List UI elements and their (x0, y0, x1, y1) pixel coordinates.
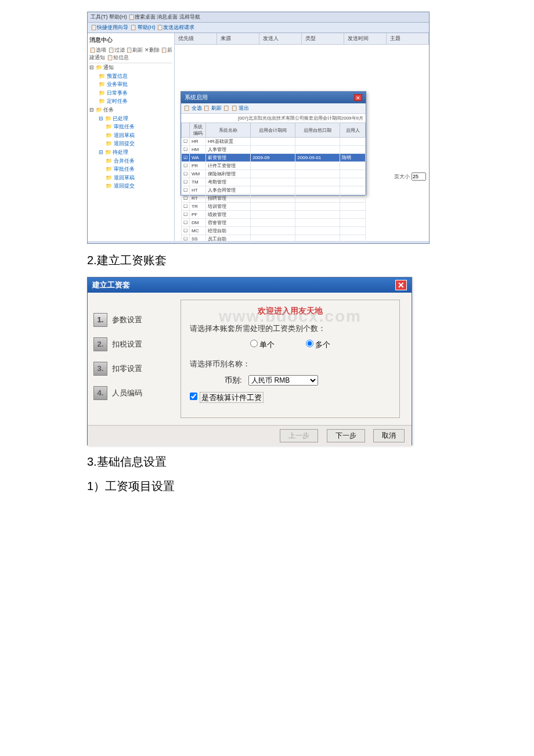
cancel-button[interactable]: 取消 (373, 429, 405, 442)
table-row[interactable]: ☐RT招聘管理 (182, 195, 366, 203)
row-name: 薪资管理 (206, 154, 251, 162)
row-code: DM (190, 219, 206, 227)
row-period (251, 219, 295, 227)
row-user (340, 243, 366, 244)
table-row[interactable]: ☐TM考勤管理 (182, 178, 366, 186)
row-checkbox[interactable]: ☐ (182, 203, 190, 211)
th-subject: 主题 (387, 33, 429, 44)
system-enable-table: 系统编码 系统名称 启用会计期间 启用自然日期 启用人 ☐HRHR基础设置☐HM… (181, 123, 366, 244)
table-row[interactable]: ☐PR计件工资管理 (182, 162, 366, 170)
table-row[interactable]: ☐DM宿舍管理 (182, 219, 366, 227)
step-label: 扣零设置 (112, 363, 142, 374)
row-date (295, 219, 340, 227)
step-params[interactable]: 1. 参数设置 (93, 313, 163, 327)
tree-item[interactable]: 📁 审批任务 (89, 165, 172, 174)
row-date (295, 195, 340, 203)
tree-item[interactable]: 📁 退回提交 (89, 139, 172, 148)
close-icon[interactable]: ✕ (395, 280, 407, 290)
step-label: 参数设置 (112, 315, 142, 325)
tree-processed[interactable]: ⊟ 📁 已处理 (89, 114, 172, 123)
row-checkbox[interactable]: ☐ (182, 186, 190, 195)
wizard-title-text: 建立工资套 (92, 280, 130, 290)
step-num-icon: 1. (93, 313, 107, 327)
th-date: 启用自然日期 (295, 123, 340, 138)
step-personnel[interactable]: 4. 人员编码 (93, 386, 163, 400)
row-checkbox[interactable]: ☐ (182, 235, 190, 243)
heading-basic-info: 3.基础信息设置 (87, 454, 447, 470)
sidebar-actions[interactable]: 📋选项 📋过滤 📋刷新 ✕删除 📋新建通知 📋短信息 (89, 45, 172, 63)
row-code: HT (190, 186, 206, 195)
modal-toolbar[interactable]: 📋 全选 📋 刷新 📋 📋 退出 (181, 103, 366, 114)
step-num-icon: 4. (93, 386, 107, 400)
row-checkbox[interactable]: ☐ (182, 219, 190, 227)
table-row[interactable]: ☐WM保险福利管理 (182, 170, 366, 178)
row-user (340, 203, 366, 211)
tree-item[interactable]: 📁 退回提交 (89, 182, 172, 190)
table-row[interactable]: ☑WA薪资管理2009-092009-09-01陈明 (182, 154, 366, 162)
tree-pending[interactable]: ⊟ 📁 待处理 (89, 148, 172, 157)
menubar[interactable]: 工具(T) 帮助(H) 📋搜索桌面 消息桌面 流程导航 (88, 12, 429, 23)
row-checkbox[interactable]: ☐ (182, 195, 190, 203)
tree-item[interactable]: 📁 退回草稿 (89, 131, 172, 140)
tree-item[interactable]: 📁 预置信息 (89, 72, 172, 81)
close-icon[interactable]: ✕ (354, 94, 362, 101)
row-checkbox[interactable]: ☐ (182, 170, 190, 178)
th-sendtime: 发送时间 (344, 33, 387, 44)
next-button[interactable]: 下一步 (327, 429, 365, 442)
th-sysname: 系统名称 (206, 123, 251, 138)
row-name: 计件工资管理 (206, 162, 251, 170)
row-checkbox[interactable]: ☐ (182, 178, 190, 186)
welcome-text: 欢迎进入用友天地 (190, 306, 391, 316)
row-date: 2009-09-01 (295, 154, 340, 162)
row-name: HR基础设置 (206, 138, 251, 146)
table-row[interactable]: ☐MC经理自助 (182, 227, 366, 235)
row-checkbox[interactable]: ☐ (182, 243, 190, 244)
table-row[interactable]: ☐GP集团财务 (182, 243, 366, 244)
question-currency: 请选择币别名称： (190, 359, 391, 369)
step-tax[interactable]: 2. 扣税设置 (93, 337, 163, 351)
row-checkbox[interactable]: ☐ (182, 162, 190, 170)
row-date (295, 203, 340, 211)
table-row[interactable]: ☐HRHR基础设置 (182, 138, 366, 146)
tree-root-notice[interactable]: ⊟ 📁 通知 (89, 63, 172, 72)
tree-item[interactable]: 📁 审批任务 (89, 123, 172, 131)
table-row[interactable]: ☐PF绩效管理 (182, 211, 366, 219)
wizard-content: 欢迎进入用友天地 www.bdocx.com 请选择本账套所需处理的工资类别个数… (169, 293, 412, 425)
row-period (251, 186, 295, 195)
step-label: 扣税设置 (112, 339, 142, 350)
currency-select[interactable]: 人民币 RMB (248, 375, 318, 386)
table-row[interactable]: ☐TR培训管理 (182, 203, 366, 211)
row-name: 经理自助 (206, 227, 251, 235)
page-size-input[interactable] (412, 172, 426, 181)
table-row[interactable]: ☐SS员工自助 (182, 235, 366, 243)
step-round[interactable]: 3. 扣零设置 (93, 362, 163, 376)
row-checkbox[interactable]: ☑ (182, 154, 190, 162)
row-name: 保险福利管理 (206, 170, 251, 178)
row-user (340, 170, 366, 178)
toolbar[interactable]: 📋快捷使用向导 📋 帮助(H) 📋发送远程请求 (88, 23, 429, 33)
row-name: 培训管理 (206, 203, 251, 211)
th-syscode: 系统编码 (190, 123, 206, 138)
table-row[interactable]: ☐HT人事合同管理 (182, 186, 366, 195)
row-checkbox[interactable]: ☐ (182, 138, 190, 146)
row-checkbox[interactable]: ☐ (182, 227, 190, 235)
tree-item[interactable]: 📁 日常事务 (89, 89, 172, 98)
tree-item[interactable]: 📁 合并任务 (89, 157, 172, 165)
row-code: SS (190, 235, 206, 243)
radio-single[interactable]: 单个 (250, 340, 275, 349)
row-user (340, 162, 366, 170)
tree-item[interactable]: 📁 退回草稿 (89, 174, 172, 182)
row-user (340, 186, 366, 195)
row-checkbox[interactable]: ☐ (182, 146, 190, 154)
radio-multiple[interactable]: 多个 (306, 340, 331, 349)
sidebar-title: 消息中心 (89, 35, 172, 45)
tree-root-tasks[interactable]: ⊟ 📁 任务 (89, 106, 172, 114)
salary-wizard-dialog: 建立工资套 ✕ 1. 参数设置 2. 扣税设置 3. 扣零设置 4. (87, 277, 412, 445)
row-checkbox[interactable]: ☐ (182, 211, 190, 219)
row-period (251, 162, 295, 170)
tree-item[interactable]: 📁 业务审批 (89, 80, 172, 89)
table-row[interactable]: ☐HM人事管理 (182, 146, 366, 154)
piecework-checkbox[interactable]: 是否核算计件工资 (190, 393, 264, 402)
tree-item[interactable]: 📁 定时任务 (89, 97, 172, 106)
row-period (251, 138, 295, 146)
